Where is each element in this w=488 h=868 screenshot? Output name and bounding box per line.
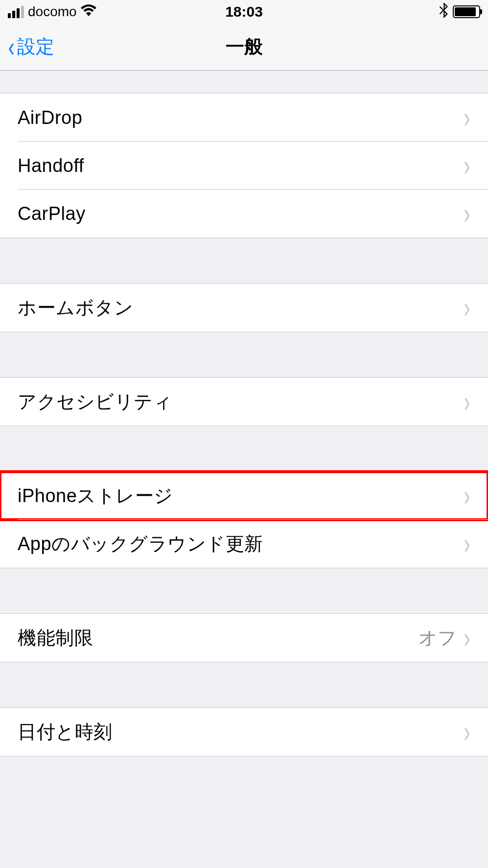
list-group: 日付と時刻 ›	[0, 707, 488, 756]
list-item-value: オフ	[418, 626, 457, 651]
carrier-label: docomo	[28, 4, 77, 20]
chevron-right-icon: ›	[464, 149, 470, 182]
list-item-date-time[interactable]: 日付と時刻 ›	[0, 708, 488, 756]
list-item-background-app-refresh[interactable]: Appのバックグラウンド更新 ›	[0, 520, 488, 568]
status-right	[439, 3, 480, 21]
list-item-label: CarPlay	[18, 203, 86, 224]
section-spacer	[0, 426, 488, 471]
list-group: 機能制限 オフ ›	[0, 613, 488, 662]
list-item-home-button[interactable]: ホームボタン ›	[0, 284, 488, 332]
status-time: 18:03	[225, 3, 263, 20]
section-spacer	[0, 332, 488, 377]
list-item-label: Handoff	[18, 155, 84, 176]
chevron-right-icon: ›	[464, 197, 470, 230]
list-item-iphone-storage[interactable]: iPhoneストレージ ›	[0, 472, 488, 520]
chevron-right-icon: ›	[464, 479, 470, 512]
signal-strength-icon	[8, 6, 24, 18]
section-spacer	[0, 71, 488, 93]
chevron-right-icon: ›	[464, 621, 470, 654]
wifi-icon	[81, 4, 96, 20]
list-item-label: 日付と時刻	[18, 720, 113, 745]
list-group: アクセシビリティ ›	[0, 377, 488, 426]
list-item-airdrop[interactable]: AirDrop ›	[0, 94, 488, 142]
chevron-right-icon: ›	[464, 291, 470, 324]
list-group: AirDrop › Handoff › CarPlay ›	[0, 93, 488, 238]
chevron-right-icon: ›	[464, 101, 470, 134]
status-bar: docomo 18:03	[0, 0, 488, 24]
battery-icon	[453, 5, 480, 18]
navigation-bar: ‹ 設定 一般	[0, 24, 488, 71]
back-label: 設定	[17, 34, 54, 59]
list-item-label: ホームボタン	[18, 295, 133, 320]
list-item-handoff[interactable]: Handoff ›	[0, 142, 488, 190]
list-item-label: アクセシビリティ	[18, 389, 172, 414]
list-item-label: iPhoneストレージ	[18, 483, 173, 508]
chevron-right-icon: ›	[464, 527, 470, 560]
list-group: iPhoneストレージ › Appのバックグラウンド更新 ›	[0, 471, 488, 568]
section-spacer	[0, 238, 488, 283]
status-left: docomo	[8, 4, 96, 20]
list-item-label: 機能制限	[18, 626, 93, 651]
back-button[interactable]: ‹ 設定	[0, 33, 54, 61]
list-item-restrictions[interactable]: 機能制限 オフ ›	[0, 614, 488, 662]
list-item-label: AirDrop	[18, 107, 82, 128]
list-group: ホームボタン ›	[0, 283, 488, 332]
section-spacer	[0, 568, 488, 613]
chevron-right-icon: ›	[464, 385, 470, 418]
chevron-right-icon: ›	[464, 715, 470, 748]
list-item-carplay[interactable]: CarPlay ›	[0, 190, 488, 238]
chevron-left-icon: ‹	[8, 33, 15, 61]
bluetooth-icon	[439, 3, 448, 21]
page-title: 一般	[226, 34, 263, 59]
list-item-label: Appのバックグラウンド更新	[18, 531, 263, 556]
list-item-accessibility[interactable]: アクセシビリティ ›	[0, 378, 488, 426]
section-spacer	[0, 662, 488, 707]
